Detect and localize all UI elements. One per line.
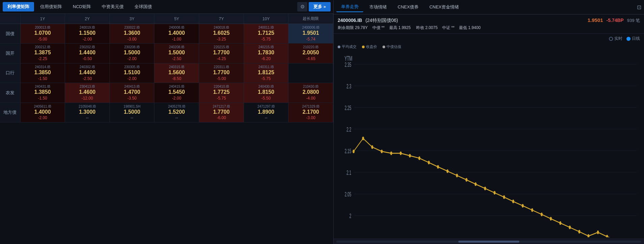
cell-price: 1.4400 bbox=[66, 69, 109, 76]
cell-0-1[interactable]: 240019.IB1.1500-2.00 bbox=[65, 24, 110, 44]
cell-1-5[interactable]: 240215.IB1.7830-6.20 bbox=[244, 44, 288, 63]
cell-3-1[interactable]: 230413.IB1.4600-12.00 bbox=[65, 83, 110, 103]
cell-change: -0.50 bbox=[66, 56, 109, 62]
more-button[interactable]: 更多 » bbox=[309, 2, 331, 11]
cell-code: 210220.IB bbox=[289, 45, 332, 49]
nav-tab-lilvzhen[interactable]: 利率债矩阵 bbox=[3, 2, 34, 11]
cell-code: 240208.IB bbox=[155, 45, 198, 49]
cell-0-6[interactable]: 2400006.IB1.9501-5.74 bbox=[288, 24, 333, 44]
nav-tab-xinyongzhai[interactable]: 信用债矩阵 bbox=[35, 2, 67, 11]
cell-price: 1.5200 bbox=[155, 109, 198, 116]
cell-change: -2.00 bbox=[66, 37, 109, 42]
bond-volume: 939 笔 bbox=[627, 18, 640, 24]
cell-change: -- bbox=[245, 115, 288, 121]
svg-point-40 bbox=[569, 225, 571, 229]
column-headers: 1Y 2Y 3Y 5Y 7Y 10Y 超长期限 bbox=[0, 14, 333, 24]
cell-change: -12.00 bbox=[66, 96, 109, 101]
chart-area: YTM 2.35 2.3 2.25 2.2 2.15 2.1 2.05 2 bbox=[334, 51, 644, 239]
cell-3-6[interactable]: 210430.IB2.0800-4.00 bbox=[288, 83, 333, 103]
cell-4-6[interactable]: 2471329.IB2.1700-3.00 bbox=[288, 103, 333, 122]
svg-point-25 bbox=[428, 161, 430, 164]
radio-daily-label: 日线 bbox=[632, 36, 640, 42]
radio-daily[interactable]: 日线 bbox=[626, 36, 640, 42]
cell-1-6[interactable]: 210220.IB2.0050-4.65 bbox=[288, 44, 333, 63]
nav-tab-ncd[interactable]: NCD矩阵 bbox=[68, 2, 96, 11]
cell-0-3[interactable]: 240008.IB1.4000-1.00 bbox=[154, 24, 199, 44]
cell-4-1[interactable]: 2105048.IB1.3000-- bbox=[65, 103, 110, 122]
radio-daily-circle bbox=[626, 37, 631, 41]
table-row: 国债200013.IB1.0700-5.00240019.IB1.1500-2.… bbox=[0, 24, 333, 44]
bond-info-header: 2400006.IB (24特别国债06) 1.9501 -5.74BP 939… bbox=[334, 15, 644, 34]
cell-1-4[interactable]: 220215.IB1.7700-4.25 bbox=[199, 44, 244, 63]
bond-remaining: 剩余期限 29.78Y 中债 ** 最高 1.9925 bbox=[338, 25, 411, 31]
cell-1-0[interactable]: 200212.IB1.3875-2.25 bbox=[20, 44, 65, 63]
row-label-4: 地方债 bbox=[0, 103, 20, 122]
cell-4-3[interactable]: 2405278.IB1.5200-- bbox=[154, 103, 199, 122]
cell-2-1[interactable]: 240302.IB1.4400-2.50 bbox=[65, 63, 110, 83]
cell-4-2[interactable]: 198901.SH1.5000-- bbox=[110, 103, 154, 122]
cell-price: 2.0800 bbox=[289, 89, 332, 96]
table-row: 国开200212.IB1.3875-2.25230202.IB1.4400-0.… bbox=[0, 44, 333, 63]
svg-point-29 bbox=[465, 178, 467, 182]
nav-tab-quanqiu[interactable]: 全球国债 bbox=[130, 2, 157, 11]
cell-4-4[interactable]: 2471217.IB1.7700-6.00 bbox=[199, 103, 244, 122]
legend-close-label: 收盘价 bbox=[366, 44, 377, 49]
legend-zhongzhai: 中债估值 bbox=[382, 44, 401, 49]
cell-price: 1.3600 bbox=[111, 30, 154, 37]
cell-2-2[interactable]: 230305.IB1.5100-2.00 bbox=[110, 63, 154, 83]
cell-code: 230202.IB bbox=[66, 45, 109, 49]
cell-3-3[interactable]: 240415.IB1.5450-2.00 bbox=[154, 83, 199, 103]
scrollbar-thumb[interactable] bbox=[458, 241, 519, 243]
cell-4-5[interactable]: 2471297.IB1.8900-- bbox=[244, 103, 288, 122]
cell-2-3[interactable]: 240315.IB1.5600-8.50 bbox=[154, 63, 199, 83]
expand-icon[interactable]: ⊡ bbox=[637, 4, 641, 10]
svg-point-26 bbox=[437, 165, 439, 169]
cell-code: 240019.IB bbox=[66, 25, 109, 30]
row-label-2: 口行 bbox=[0, 63, 20, 83]
cell-4-0[interactable]: 2405611.IB1.4000-2.00 bbox=[20, 103, 65, 122]
cell-0-2[interactable]: 230022.IB1.3600-3.00 bbox=[110, 24, 154, 44]
cell-0-4[interactable]: 240018.IB1.6025-3.25 bbox=[199, 24, 244, 44]
svg-point-17 bbox=[352, 150, 355, 153]
right-tab-market[interactable]: 市场情绪 bbox=[365, 2, 392, 12]
cell-price: 1.5000 bbox=[111, 109, 154, 116]
right-tab-single[interactable]: 单券走势 bbox=[336, 2, 363, 12]
radio-realtime-circle bbox=[609, 37, 613, 41]
row-label-0: 国债 bbox=[0, 24, 20, 44]
cell-code: 240314.IB bbox=[21, 65, 64, 69]
scrollbar-track[interactable] bbox=[336, 241, 641, 243]
cell-2-6[interactable] bbox=[288, 63, 333, 83]
cell-price: 1.3850 bbox=[21, 89, 64, 96]
cell-0-5[interactable]: 240011.IB1.7125-5.75 bbox=[244, 24, 288, 44]
cell-3-0[interactable]: 240431.IB1.3850-1.50 bbox=[20, 83, 65, 103]
cell-3-2[interactable]: 240413.IB1.4700-3.50 bbox=[110, 83, 154, 103]
cell-1-1[interactable]: 230202.IB1.4400-0.50 bbox=[65, 44, 110, 63]
svg-point-28 bbox=[456, 174, 458, 178]
cell-1-3[interactable]: 240208.IB1.5000-2.50 bbox=[154, 44, 199, 63]
cell-1-2[interactable]: 230208.IB1.5000-2.00 bbox=[110, 44, 154, 63]
cell-price: 1.7700 bbox=[200, 69, 243, 76]
right-tab-cnex-bond[interactable]: CNEX债券 bbox=[393, 2, 423, 12]
svg-point-42 bbox=[587, 234, 589, 237]
svg-point-36 bbox=[531, 208, 533, 212]
cell-3-4[interactable]: 220410.IB1.7725-5.75 bbox=[199, 83, 244, 103]
bond-prev-close: 昨收 2.0075 中证 ** 最低 1.9400 bbox=[416, 25, 481, 31]
cell-code: 210430.IB bbox=[289, 84, 332, 89]
cell-2-5[interactable]: 240311.IB1.8125-5.75 bbox=[244, 63, 288, 83]
cell-price: 1.4600 bbox=[66, 89, 109, 96]
cell-price: 1.8125 bbox=[245, 69, 288, 76]
settings-button[interactable]: ⚙ bbox=[297, 2, 307, 11]
right-tab-cnex-fund[interactable]: CNEX资金情绪 bbox=[425, 2, 464, 12]
cell-0-0[interactable]: 200013.IB1.0700-5.00 bbox=[20, 24, 65, 44]
cell-code: 240415.IB bbox=[155, 84, 198, 89]
nav-tab-meiyzhai[interactable]: 中资美元债 bbox=[97, 2, 128, 11]
chart-options: 实时 日线 bbox=[334, 34, 644, 44]
radio-realtime[interactable]: 实时 bbox=[609, 36, 622, 42]
cell-2-4[interactable]: 220311.IB1.7700-5.00 bbox=[199, 63, 244, 83]
svg-point-23 bbox=[409, 154, 411, 158]
cell-change: -5.75 bbox=[245, 76, 288, 82]
cell-2-0[interactable]: 240314.IB1.3850-1.50 bbox=[20, 63, 65, 83]
scrollbar-area bbox=[334, 239, 644, 244]
cell-3-5[interactable]: 240430.IB1.8150-5.50 bbox=[244, 83, 288, 103]
col-header-label bbox=[0, 14, 20, 24]
